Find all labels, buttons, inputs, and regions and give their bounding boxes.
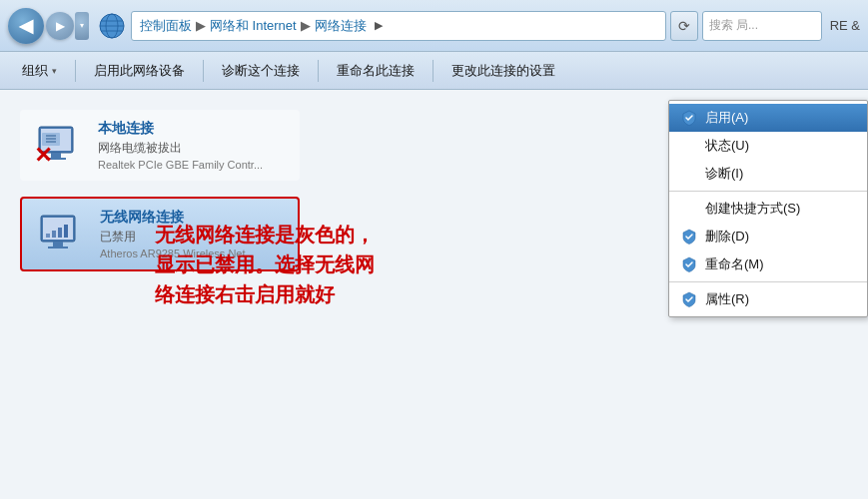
main-content: ✕ 本地连接 网络电缆被拔出 Realtek PCIe GBE Family C…: [0, 90, 868, 499]
ctx-delete-label: 删除(D): [705, 228, 749, 246]
local-connection-info: 本地连接 网络电缆被拔出 Realtek PCIe GBE Family Con…: [98, 120, 263, 171]
toolbar-organize-label: 组织: [22, 62, 48, 80]
ctx-delete[interactable]: 删除(D): [669, 223, 867, 250]
ctx-sep-1: [669, 191, 867, 192]
ctx-rename-label: 重命名(M): [705, 255, 764, 273]
ctx-enable[interactable]: 启用(A): [669, 104, 867, 132]
shield-icon-delete: [681, 229, 697, 245]
breadcrumb-sep-1: ▶: [196, 18, 206, 33]
ctx-status[interactable]: 状态(U): [669, 132, 867, 160]
svg-rect-16: [48, 247, 68, 249]
toolbar-organize[interactable]: 组织 ▾: [12, 58, 67, 84]
svg-rect-18: [52, 231, 56, 238]
toolbar-sep-3: [318, 60, 319, 82]
toolbar-enable-label: 启用此网络设备: [94, 62, 185, 80]
toolbar-rename-label: 重命名此连接: [337, 62, 415, 80]
toolbar-sep-2: [203, 60, 204, 82]
toolbar: 组织 ▾ 启用此网络设备 诊断这个连接 重命名此连接 更改此连接的设置: [0, 52, 868, 90]
breadcrumb-network[interactable]: 网络和 Internet: [210, 17, 297, 35]
ctx-enable-label: 启用(A): [705, 109, 748, 127]
top-right-label: RE &: [830, 18, 860, 33]
nav-dropdown-button[interactable]: ▾: [75, 12, 89, 40]
local-connection-status: 网络电缆被拔出: [98, 140, 263, 157]
toolbar-diagnose-label: 诊断这个连接: [222, 62, 300, 80]
ctx-diagnose-label: 诊断(I): [705, 165, 743, 183]
ctx-diagnose[interactable]: 诊断(I): [669, 160, 867, 188]
toolbar-organize-dropdown[interactable]: ▾: [52, 66, 57, 76]
shield-icon-properties: [681, 291, 697, 307]
refresh-button[interactable]: ⟳: [670, 11, 698, 41]
local-connection-name: 本地连接: [98, 120, 263, 138]
shield-icon-rename: [681, 256, 697, 272]
ctx-create-shortcut[interactable]: 创建快捷方式(S): [669, 195, 867, 223]
wireless-icon: [36, 214, 86, 255]
ctx-create-shortcut-label: 创建快捷方式(S): [705, 200, 800, 218]
toolbar-rename[interactable]: 重命名此连接: [327, 58, 425, 84]
toolbar-diagnose[interactable]: 诊断这个连接: [212, 58, 310, 84]
search-box[interactable]: 搜索 局...: [702, 11, 822, 41]
disabled-x-icon: ✕: [34, 145, 52, 167]
ctx-properties-label: 属性(R): [705, 290, 749, 308]
context-menu: 启用(A) 状态(U) 诊断(I) 创建快捷方式(S) 删除(D): [668, 100, 868, 317]
ctx-status-label: 状态(U): [705, 137, 749, 155]
toolbar-sep-4: [433, 60, 434, 82]
toolbar-enable[interactable]: 启用此网络设备: [84, 58, 195, 84]
ctx-sep-2: [669, 281, 867, 282]
ctx-properties[interactable]: 属性(R): [669, 285, 867, 313]
svg-rect-7: [51, 153, 61, 158]
toolbar-change-settings-label: 更改此连接的设置: [451, 62, 555, 80]
local-connection-icon: ✕: [34, 125, 84, 167]
back-button[interactable]: ◀: [8, 8, 44, 44]
local-connection-item[interactable]: ✕ 本地连接 网络电缆被拔出 Realtek PCIe GBE Family C…: [20, 110, 300, 181]
toolbar-sep-1: [75, 60, 76, 82]
svg-rect-15: [53, 242, 63, 247]
breadcrumb-end-arrow: ▶: [375, 19, 383, 32]
address-bar: ◀ ▶ ▾ 控制面板 ▶ 网络和 Internet ▶ 网络连接 ▶ ⟳ 搜索 …: [0, 0, 868, 52]
svg-rect-20: [64, 225, 68, 238]
svg-rect-19: [58, 228, 62, 238]
shield-icon-enable: [681, 110, 697, 126]
wireless-connection-icon: [36, 214, 86, 255]
breadcrumb-sep-2: ▶: [301, 18, 311, 33]
svg-rect-17: [46, 234, 50, 238]
forward-button[interactable]: ▶: [46, 12, 74, 40]
local-connection-adapter: Realtek PCIe GBE Family Contr...: [98, 159, 263, 171]
annotation-text: 无线网络连接是灰色的，显示已禁用。选择无线网络连接右击启用就好: [155, 220, 375, 309]
breadcrumb-connections[interactable]: 网络连接: [315, 17, 367, 35]
toolbar-change-settings[interactable]: 更改此连接的设置: [441, 58, 565, 84]
globe-icon: [99, 13, 125, 39]
breadcrumb-controlpanel[interactable]: 控制面板: [140, 17, 192, 35]
ctx-rename[interactable]: 重命名(M): [669, 250, 867, 278]
breadcrumb: 控制面板 ▶ 网络和 Internet ▶ 网络连接 ▶: [131, 11, 666, 41]
search-placeholder: 搜索 局...: [709, 17, 758, 34]
